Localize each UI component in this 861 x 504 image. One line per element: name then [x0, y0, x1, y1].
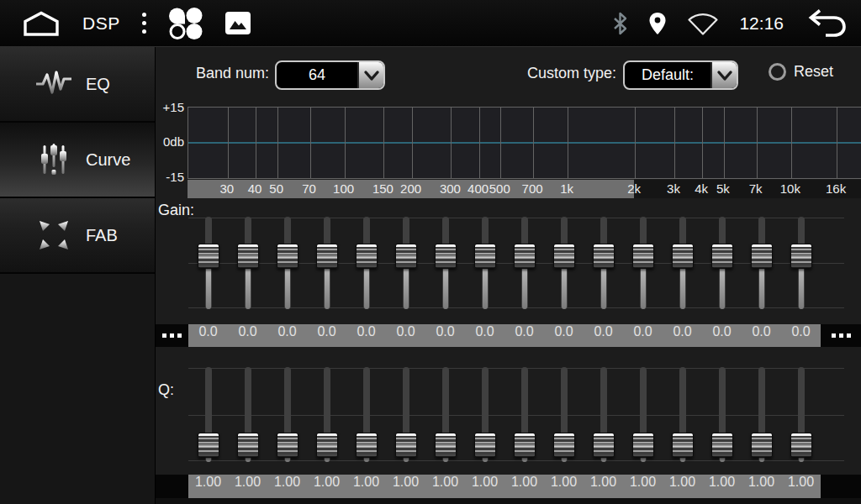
- freq-tick-label: 2k: [627, 180, 641, 198]
- slider-thumb[interactable]: [553, 244, 575, 269]
- band-slider[interactable]: [228, 361, 267, 470]
- band-slider[interactable]: [702, 207, 742, 324]
- band-slider[interactable]: [307, 207, 346, 324]
- band-slider[interactable]: [465, 207, 504, 324]
- custom-type-dropdown[interactable]: Default:: [623, 60, 738, 90]
- home-icon[interactable]: [22, 10, 61, 37]
- gain-more-left-button[interactable]: [156, 324, 188, 347]
- slider-thumb[interactable]: [198, 433, 219, 458]
- band-num-dropdown[interactable]: 64: [275, 60, 385, 90]
- band-slider[interactable]: [584, 361, 623, 470]
- slider-thumb[interactable]: [435, 433, 457, 458]
- slider-thumb[interactable]: [474, 433, 496, 458]
- band-value: 1.00: [307, 475, 346, 498]
- freq-tick-label: 200: [400, 180, 421, 198]
- band-slider[interactable]: [702, 361, 742, 470]
- band-slider[interactable]: [425, 207, 465, 324]
- slider-thumb[interactable]: [277, 433, 298, 458]
- band-slider[interactable]: [584, 207, 623, 324]
- band-slider[interactable]: [307, 361, 346, 470]
- slider-thumb[interactable]: [632, 244, 654, 269]
- slider-thumb[interactable]: [790, 433, 812, 458]
- gallery-icon[interactable]: [225, 12, 251, 34]
- band-slider[interactable]: [663, 361, 702, 470]
- band-slider[interactable]: [346, 207, 386, 324]
- reset-button[interactable]: Reset: [769, 63, 833, 81]
- slider-thumb[interactable]: [751, 433, 773, 458]
- slider-thumb[interactable]: [553, 433, 575, 458]
- band-num-value: 64: [277, 62, 357, 88]
- slider-thumb[interactable]: [711, 244, 733, 269]
- band-slider[interactable]: [623, 361, 663, 470]
- slider-thumb[interactable]: [474, 244, 496, 269]
- slider-thumb[interactable]: [593, 244, 615, 269]
- slider-thumb[interactable]: [514, 433, 536, 458]
- slider-thumb[interactable]: [672, 433, 694, 458]
- grid-line: [228, 108, 229, 178]
- slider-thumb[interactable]: [356, 244, 378, 269]
- waveform-icon: [35, 67, 72, 101]
- slider-thumb[interactable]: [356, 433, 378, 458]
- y-axis-min: -15: [156, 170, 184, 184]
- band-slider[interactable]: [781, 207, 821, 324]
- chevron-down-icon[interactable]: [357, 62, 383, 88]
- slider-thumb[interactable]: [751, 244, 773, 269]
- band-slider[interactable]: [228, 207, 267, 324]
- band-value: 1.00: [465, 475, 504, 498]
- band-slider[interactable]: [188, 361, 228, 470]
- band-value: 1.00: [346, 475, 386, 498]
- band-slider[interactable]: [504, 361, 544, 470]
- slider-thumb[interactable]: [593, 433, 615, 458]
- freq-tick-label: 4k: [695, 180, 708, 198]
- slider-thumb[interactable]: [198, 244, 219, 269]
- slider-thumb[interactable]: [316, 433, 338, 458]
- band-slider[interactable]: [386, 207, 425, 324]
- slider-thumb[interactable]: [277, 244, 298, 269]
- location-icon: [648, 12, 667, 35]
- back-icon[interactable]: [804, 8, 848, 39]
- band-slider[interactable]: [663, 207, 702, 324]
- slider-thumb[interactable]: [711, 433, 733, 458]
- slider-thumb[interactable]: [237, 433, 259, 458]
- band-slider[interactable]: [465, 361, 504, 470]
- band-slider[interactable]: [544, 361, 584, 470]
- slider-thumb[interactable]: [237, 244, 259, 269]
- status-bar: DSP: [0, 0, 861, 47]
- band-slider[interactable]: [425, 361, 465, 470]
- freq-tick-label: 700: [522, 180, 543, 198]
- band-slider[interactable]: [346, 361, 386, 470]
- slider-thumb[interactable]: [395, 433, 417, 458]
- band-slider[interactable]: [188, 207, 228, 324]
- freq-tick-label: 100: [333, 180, 354, 198]
- band-slider[interactable]: [267, 207, 307, 324]
- band-slider[interactable]: [267, 361, 307, 470]
- band-slider[interactable]: [742, 207, 781, 324]
- sidebar-item-eq[interactable]: EQ: [0, 47, 155, 123]
- band-slider[interactable]: [623, 207, 663, 324]
- slider-thumb[interactable]: [395, 244, 417, 269]
- apps-icon[interactable]: [168, 6, 203, 41]
- slider-thumb[interactable]: [435, 244, 457, 269]
- band-slider[interactable]: [544, 207, 584, 324]
- band-slider[interactable]: [504, 207, 544, 324]
- grid-line: [277, 108, 278, 178]
- band-slider[interactable]: [386, 361, 425, 470]
- freq-tick-label: 150: [372, 180, 394, 198]
- slider-thumb[interactable]: [672, 244, 694, 269]
- freq-tick-label: 70: [302, 180, 316, 198]
- gain-more-right-button[interactable]: [821, 324, 861, 347]
- slider-thumb[interactable]: [632, 433, 654, 458]
- sidebar-item-label: EQ: [86, 75, 110, 94]
- band-slider[interactable]: [781, 361, 821, 470]
- slider-thumb[interactable]: [790, 244, 812, 269]
- overflow-menu-icon[interactable]: [142, 13, 146, 34]
- q-values: 1.001.001.001.001.001.001.001.001.001.00…: [188, 475, 821, 498]
- sidebar-item-fab[interactable]: FAB: [0, 198, 155, 274]
- sidebar-item-curve[interactable]: Curve: [0, 123, 155, 198]
- slider-thumb[interactable]: [514, 244, 536, 269]
- chevron-down-icon[interactable]: [710, 62, 737, 88]
- slider-thumb[interactable]: [316, 244, 338, 269]
- band-slider[interactable]: [742, 361, 781, 470]
- q-sliders: [188, 361, 821, 470]
- grid-line: [345, 108, 346, 178]
